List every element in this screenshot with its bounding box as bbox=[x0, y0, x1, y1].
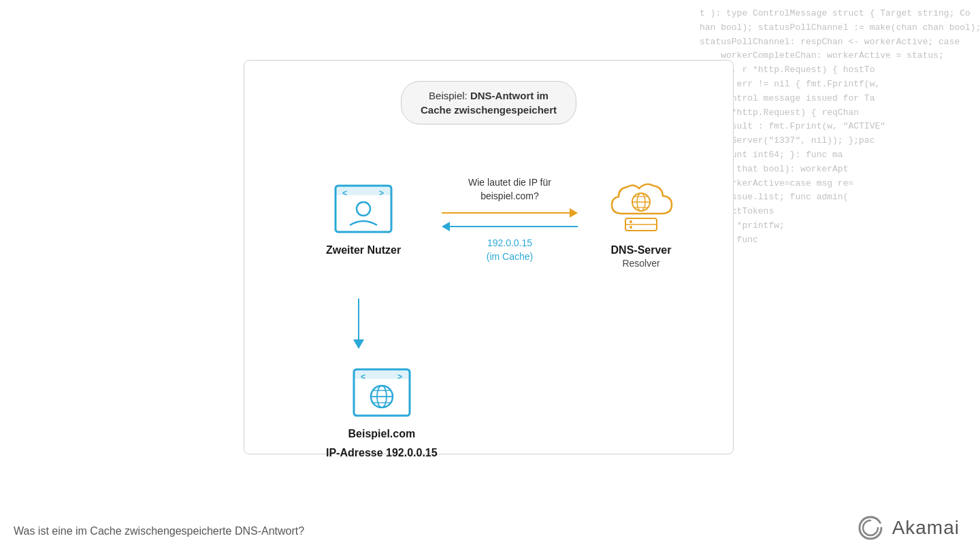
website-label: Beispiel.com bbox=[348, 428, 415, 440]
arrow-left-head bbox=[442, 222, 450, 231]
code-text: t ): type ControlMessage struct { Target… bbox=[694, 0, 980, 254]
browser-user-icon: < > bbox=[333, 183, 394, 237]
user-label: Zweiter Nutzer bbox=[326, 244, 401, 256]
diagram-content: < > Zweiter Nutzer Wie lautet die IP für… bbox=[244, 142, 733, 454]
bottom-question: Was ist eine im Cache zwischengespeicher… bbox=[14, 525, 304, 537]
arrows-area: Wie lautet die IP fürbeispiel.com? 192.0… bbox=[408, 176, 612, 263]
website-browser-icon: < > bbox=[351, 367, 412, 421]
down-arrow-area bbox=[353, 299, 364, 349]
user-box: < > Zweiter Nutzer bbox=[326, 183, 401, 256]
arrow-right bbox=[442, 208, 578, 218]
svg-point-13 bbox=[630, 226, 632, 229]
arrow-down-line bbox=[358, 299, 359, 339]
akamai-logo: Akamai bbox=[854, 512, 960, 544]
svg-text:<: < bbox=[342, 188, 347, 198]
dns-label: DNS-Server bbox=[611, 244, 672, 256]
website-sublabel: IP-Adresse 192.0.0.15 bbox=[326, 447, 438, 459]
svg-text:>: > bbox=[397, 372, 402, 382]
diagram-card: Beispiel: DNS-Antwort imCache zwischenge… bbox=[244, 60, 734, 454]
question-text: Wie lautet die IP fürbeispiel.com? bbox=[468, 176, 551, 203]
dns-cloud-icon bbox=[604, 176, 679, 237]
arrow-down-head bbox=[353, 339, 364, 349]
code-background: t ): type ControlMessage struct { Target… bbox=[694, 0, 980, 347]
akamai-text: Akamai bbox=[892, 517, 960, 539]
website-box: < > Beispiel.com IP-Adresse 192.0.0.15 bbox=[326, 367, 438, 459]
arrow-right-head bbox=[570, 208, 578, 218]
arrow-right-line bbox=[442, 212, 570, 214]
svg-point-4 bbox=[357, 202, 370, 216]
arrow-left-line bbox=[450, 226, 578, 227]
svg-text:>: > bbox=[379, 188, 384, 198]
bubble-label: Beispiel: DNS-Antwort imCache zwischenge… bbox=[401, 81, 576, 124]
arrow-left bbox=[442, 222, 578, 231]
dns-box: DNS-Server Resolver bbox=[604, 176, 679, 269]
dns-sublabel: Resolver bbox=[622, 258, 659, 269]
svg-point-12 bbox=[630, 220, 632, 223]
akamai-icon bbox=[854, 512, 887, 544]
cache-label: 192.0.0.15(im Cache) bbox=[487, 237, 533, 263]
svg-text:<: < bbox=[361, 372, 365, 382]
